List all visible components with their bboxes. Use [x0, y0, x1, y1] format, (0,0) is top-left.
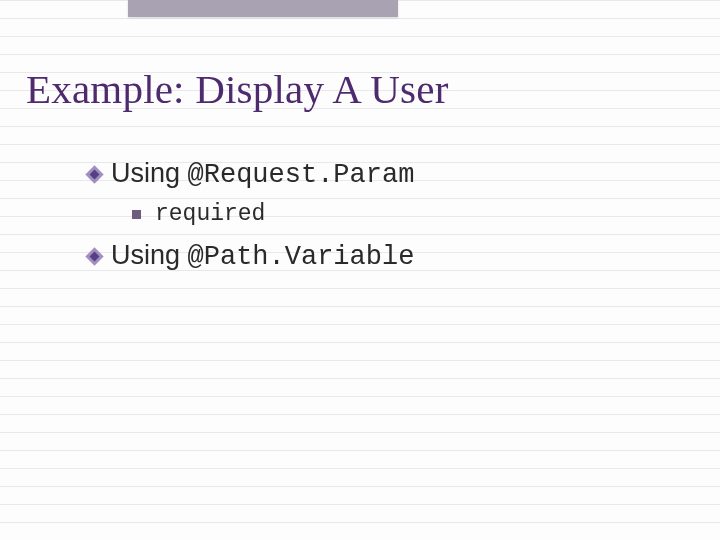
bullet-prefix: Using [111, 158, 188, 188]
slide-title: Example: Display A User [26, 65, 449, 113]
slide: Example: Display A User Using @Request.P… [0, 0, 720, 540]
diamond-bullet-icon [85, 165, 103, 183]
square-bullet-icon [132, 210, 141, 219]
bullet-item-path-variable: Using @Path.Variable [88, 237, 680, 275]
bullet-prefix: Using [111, 240, 188, 270]
diamond-bullet-icon [85, 247, 103, 265]
bullet-code: @Request.Param [188, 160, 415, 190]
bullet-code: @Path.Variable [188, 242, 415, 272]
sub-code: required [155, 201, 265, 227]
top-accent-bar [128, 0, 398, 17]
sub-bullet-required: required [132, 201, 680, 227]
bullet-item-request-param: Using @Request.Param [88, 155, 680, 193]
slide-body: Using @Request.Param required Using @Pat… [88, 155, 680, 284]
